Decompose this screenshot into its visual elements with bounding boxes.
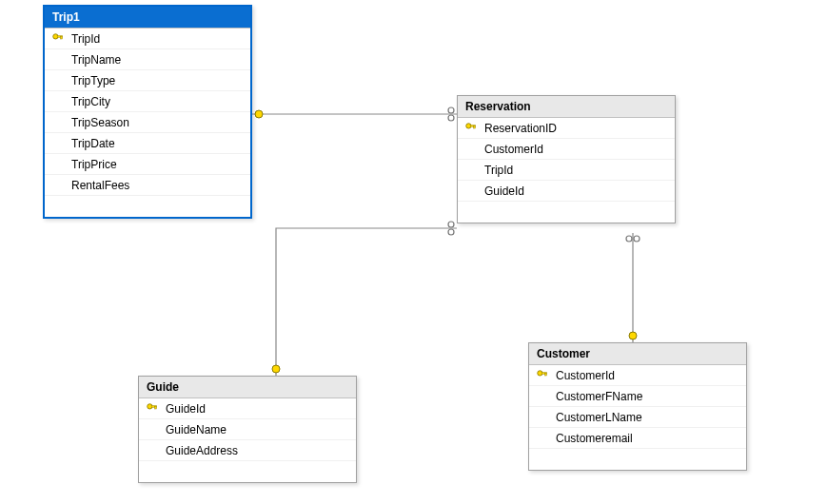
table-row[interactable]: CustomerFName [529, 386, 746, 407]
svg-point-0 [255, 110, 263, 118]
svg-point-3 [272, 365, 280, 373]
svg-point-5 [448, 229, 454, 235]
table-row[interactable]: CustomerLName [529, 407, 746, 428]
table-row[interactable]: GuideId [458, 181, 675, 202]
table-row[interactable]: CustomerId [529, 365, 746, 386]
svg-point-2 [448, 115, 454, 121]
column-label: TripPrice [68, 158, 245, 171]
table-row[interactable]: CustomerId [458, 139, 675, 160]
table-row [45, 196, 250, 217]
column-label: TripType [68, 74, 245, 87]
table-row [139, 461, 356, 482]
svg-rect-17 [155, 406, 157, 409]
column-label: GuideAddress [162, 444, 350, 457]
primary-key-icon [49, 32, 68, 46]
primary-key-icon [462, 122, 481, 135]
svg-point-1 [448, 107, 454, 113]
table-trip1[interactable]: Trip1 TripId TripName TripType TripCity … [43, 5, 252, 219]
table-header-customer: Customer [529, 343, 746, 365]
column-label: CustomerFName [552, 390, 740, 403]
table-row[interactable]: GuideAddress [139, 440, 356, 461]
table-row [458, 202, 675, 223]
column-label: TripId [68, 32, 245, 46]
table-row[interactable]: RentalFees [45, 175, 250, 196]
table-reservation[interactable]: Reservation ReservationID CustomerId Tri… [457, 95, 676, 223]
column-label: CustomerId [552, 369, 740, 382]
column-label: GuideId [481, 184, 669, 198]
table-customer[interactable]: Customer CustomerId CustomerFName Custom… [528, 342, 747, 471]
table-guide[interactable]: Guide GuideId GuideName GuideAddress [138, 376, 357, 483]
table-row[interactable]: TripDate [45, 133, 250, 154]
table-row[interactable]: TripPrice [45, 154, 250, 175]
svg-point-8 [634, 236, 640, 242]
table-row[interactable]: Customeremail [529, 428, 746, 449]
table-row [529, 449, 746, 470]
primary-key-icon [143, 402, 162, 416]
column-label: CustomerId [481, 143, 669, 156]
column-label: GuideName [162, 423, 350, 436]
column-label: TripCity [68, 95, 245, 108]
table-row[interactable]: TripId [45, 29, 250, 49]
table-header-reservation: Reservation [458, 96, 675, 118]
svg-point-6 [629, 332, 637, 339]
column-label: TripId [481, 164, 669, 177]
table-row[interactable]: TripType [45, 70, 250, 91]
svg-rect-20 [545, 373, 547, 376]
svg-rect-14 [474, 126, 476, 128]
column-label: Customeremail [552, 432, 740, 445]
table-row[interactable]: TripId [458, 160, 675, 181]
column-label: TripName [68, 53, 245, 67]
table-row[interactable]: GuideName [139, 419, 356, 440]
column-label: GuideId [162, 402, 350, 416]
table-row[interactable]: TripName [45, 49, 250, 70]
table-row[interactable]: GuideId [139, 398, 356, 419]
column-label: ReservationID [481, 122, 669, 135]
column-label: TripSeason [68, 116, 245, 129]
column-label: CustomerLName [552, 411, 740, 424]
table-row[interactable]: ReservationID [458, 118, 675, 139]
column-label: RentalFees [68, 179, 245, 192]
primary-key-icon [533, 369, 552, 382]
table-header-guide: Guide [139, 377, 356, 398]
table-header-trip1: Trip1 [45, 7, 250, 29]
table-row[interactable]: TripCity [45, 91, 250, 112]
svg-point-4 [448, 222, 454, 227]
svg-rect-11 [61, 36, 63, 39]
table-row[interactable]: TripSeason [45, 112, 250, 133]
svg-point-7 [626, 236, 632, 242]
column-label: TripDate [68, 137, 245, 150]
